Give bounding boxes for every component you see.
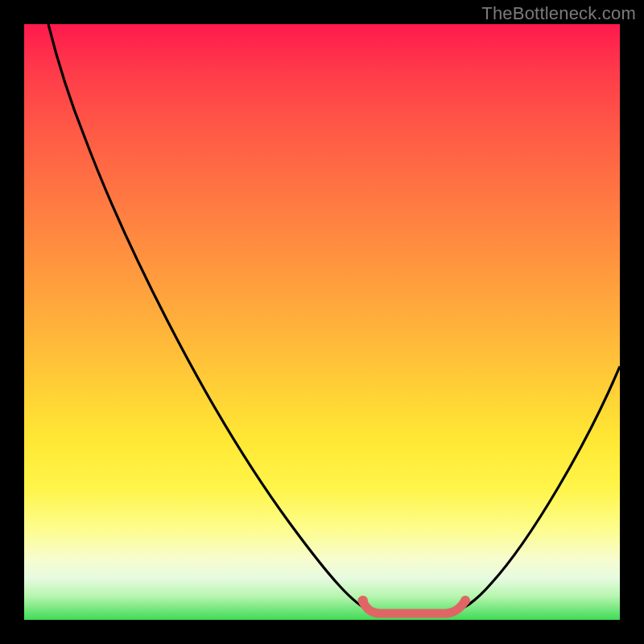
optimal-range-start-dot: [358, 596, 368, 605]
curve-svg: [24, 24, 620, 620]
optimal-range-marker: [362, 601, 465, 613]
chart-frame: TheBottleneck.com: [0, 0, 644, 644]
watermark-text: TheBottleneck.com: [481, 3, 636, 24]
bottleneck-curve: [48, 24, 620, 613]
plot-area: [24, 24, 620, 620]
optimal-range-end-dot: [460, 596, 470, 605]
